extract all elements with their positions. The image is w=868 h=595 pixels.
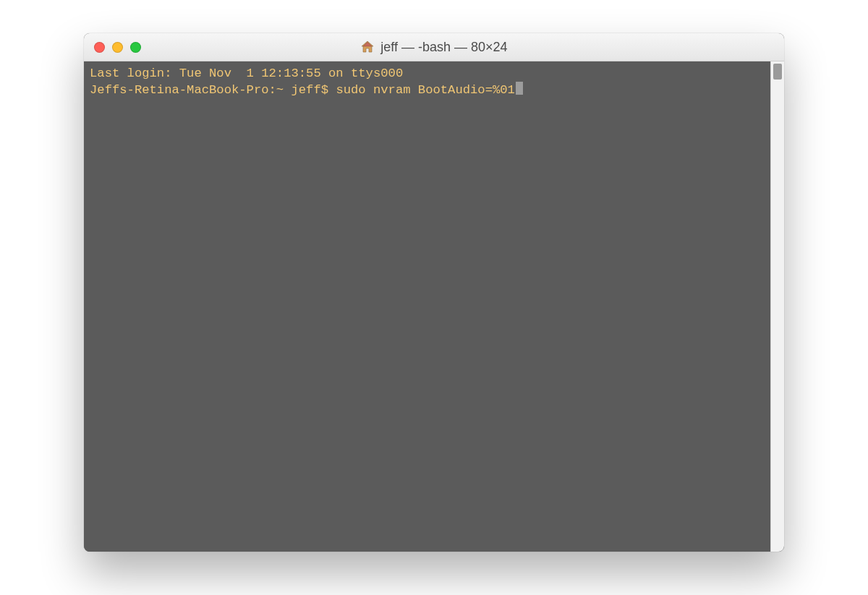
window-title-area: jeff — -bash — 80×24 bbox=[84, 40, 784, 55]
zoom-button[interactable] bbox=[130, 42, 141, 53]
terminal-window: jeff — -bash — 80×24 Last login: Tue Nov… bbox=[84, 33, 784, 552]
window-title: jeff — -bash — 80×24 bbox=[380, 40, 507, 55]
terminal-cursor bbox=[516, 82, 523, 95]
minimize-button[interactable] bbox=[112, 42, 123, 53]
terminal-area[interactable]: Last login: Tue Nov 1 12:13:55 on ttys00… bbox=[84, 61, 784, 552]
close-button[interactable] bbox=[94, 42, 105, 53]
terminal-content[interactable]: Last login: Tue Nov 1 12:13:55 on ttys00… bbox=[84, 61, 771, 552]
vertical-scrollbar[interactable] bbox=[770, 61, 784, 552]
titlebar[interactable]: jeff — -bash — 80×24 bbox=[84, 33, 784, 61]
home-icon bbox=[360, 40, 375, 54]
terminal-command: sudo nvram BootAudio=%01 bbox=[336, 83, 515, 97]
terminal-prompt: Jeffs-Retina-MacBook-Pro:~ jeff$ bbox=[90, 83, 336, 97]
scrollbar-thumb[interactable] bbox=[773, 64, 782, 80]
terminal-line-last-login: Last login: Tue Nov 1 12:13:55 on ttys00… bbox=[90, 67, 403, 80]
traffic-lights bbox=[84, 42, 141, 53]
